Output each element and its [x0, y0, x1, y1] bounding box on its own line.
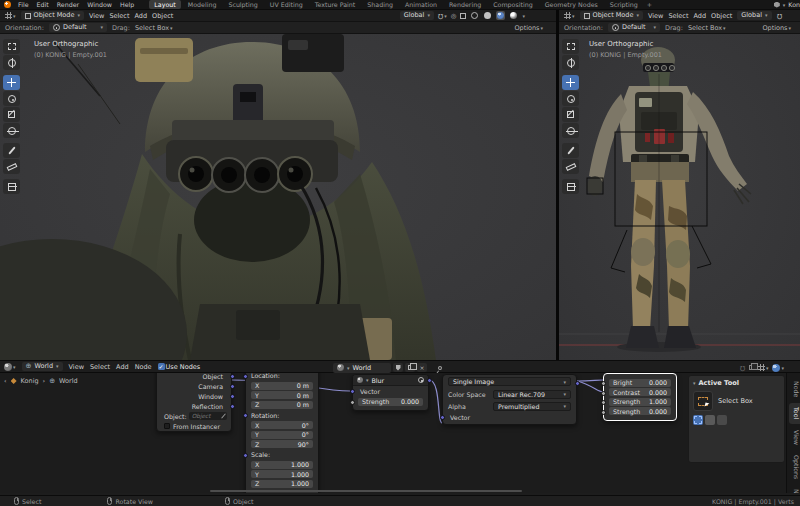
- tab-node[interactable]: Node: [789, 377, 800, 401]
- value-slider[interactable]: Strength0.000: [609, 407, 671, 415]
- eyedropper-icon[interactable]: [221, 413, 226, 418]
- viewport-canvas[interactable]: User Orthographic (0) KONIG | Empty.001: [559, 34, 800, 360]
- menu-view[interactable]: View: [89, 12, 104, 20]
- menu-node[interactable]: Node: [135, 363, 152, 371]
- menu-file[interactable]: File: [17, 1, 30, 8]
- editor-type-button[interactable]: ▾: [4, 363, 16, 371]
- tool-rotate[interactable]: [562, 91, 579, 106]
- tab-tool[interactable]: Tool: [789, 403, 800, 423]
- menu-select[interactable]: Select: [90, 363, 110, 371]
- menu-render[interactable]: Render: [56, 1, 80, 8]
- tool-annotate[interactable]: [3, 143, 20, 158]
- tab-compositing[interactable]: Compositing: [488, 0, 537, 9]
- breadcrumb-data[interactable]: World: [59, 377, 78, 385]
- scene-selector[interactable]: ▾ Kon: [774, 1, 800, 8]
- add-workspace-button[interactable]: +: [645, 0, 654, 9]
- value-slider[interactable]: Y0 m: [251, 391, 313, 399]
- fake-user-button[interactable]: [393, 363, 403, 372]
- node-adjust-group[interactable]: Bright0.000 Contrast0.000 Strength1.000 …: [603, 373, 677, 421]
- node-socket[interactable]: [601, 381, 606, 386]
- active-tool-panel-header[interactable]: ▾ Active Tool: [693, 379, 780, 387]
- node-socket[interactable]: [440, 415, 445, 420]
- node-socket[interactable]: [427, 378, 432, 383]
- back-icon[interactable]: ‹: [4, 377, 7, 385]
- value-slider[interactable]: Y0°: [251, 431, 313, 439]
- drag-dropdown[interactable]: Select Box▾: [135, 24, 173, 32]
- menu-add[interactable]: Add: [693, 12, 706, 20]
- node-socket[interactable]: [243, 413, 248, 418]
- tool-move[interactable]: [3, 75, 20, 90]
- tool-measure[interactable]: [3, 159, 20, 174]
- snapping-dropdown[interactable]: ▾: [758, 364, 769, 371]
- tab-geometry-nodes[interactable]: Geometry Nodes: [540, 0, 603, 9]
- tool-scale[interactable]: [562, 107, 579, 122]
- alpha-dropdown[interactable]: Premultiplied▾: [493, 402, 571, 411]
- shading-wireframe-button[interactable]: [470, 11, 479, 20]
- snap-button[interactable]: Ω▾: [438, 12, 447, 19]
- from-instancer-checkbox[interactable]: [164, 423, 170, 429]
- value-slider[interactable]: X0 m: [251, 382, 313, 390]
- value-slider[interactable]: Z1.000: [251, 480, 313, 488]
- node-environment-texture[interactable]: Single Image▾ Color Space Linear Rec.709…: [442, 374, 577, 425]
- node-texture-coordinate[interactable]: Object Camera Window Reflection Object: …: [156, 373, 232, 432]
- menu-view[interactable]: View: [69, 363, 84, 371]
- tool-add-cube[interactable]: [3, 179, 20, 194]
- node-socket[interactable]: [575, 381, 580, 386]
- node-canvas[interactable]: ‹ Konig › ⊕ World Object Camera Window R…: [0, 373, 800, 493]
- tool-annotate[interactable]: [562, 143, 579, 158]
- new-datablock-button[interactable]: [405, 363, 415, 372]
- editor-type-button[interactable]: ▾: [5, 12, 16, 19]
- select-mode-new-button[interactable]: [693, 415, 703, 425]
- snap-magnet-icon[interactable]: Ω: [740, 364, 745, 371]
- node-socket[interactable]: [243, 453, 248, 458]
- active-tool-button[interactable]: [693, 391, 713, 411]
- tab-texture-paint[interactable]: Texture Paint: [310, 0, 361, 9]
- menu-object[interactable]: Object: [152, 12, 173, 20]
- menu-edit[interactable]: Edit: [36, 1, 50, 8]
- shading-material-button[interactable]: [496, 11, 505, 20]
- tab-rendering[interactable]: Rendering: [444, 0, 486, 9]
- menu-add[interactable]: Add: [134, 12, 147, 20]
- xray-toggle[interactable]: [460, 13, 466, 19]
- world-datablock-dropdown[interactable]: ▾World: [333, 363, 391, 373]
- select-mode-extend-button[interactable]: [705, 415, 715, 425]
- snap-button[interactable]: Ω: [777, 12, 782, 19]
- breadcrumb-object[interactable]: Konig: [21, 377, 39, 385]
- node-blur-group[interactable]: ▾ Blur Vector Strength0.000: [352, 374, 429, 411]
- object-field[interactable]: Object: [189, 412, 227, 420]
- value-slider[interactable]: Strength0.000: [358, 398, 423, 406]
- node-socket[interactable]: [601, 391, 606, 396]
- tool-move[interactable]: [562, 75, 579, 90]
- tool-measure[interactable]: [562, 159, 579, 174]
- drag-dropdown[interactable]: Select Box▾: [688, 24, 726, 32]
- node-socket[interactable]: [230, 394, 235, 399]
- tab-uv-editing[interactable]: UV Editing: [265, 0, 308, 9]
- horizontal-scrollbar[interactable]: [210, 490, 522, 492]
- mode-dropdown[interactable]: Object Mode▾: [580, 11, 643, 20]
- options-dropdown[interactable]: Options▾: [762, 24, 791, 32]
- select-mode-subtract-button[interactable]: [717, 415, 727, 425]
- orientation-setting-dropdown[interactable]: Default▾: [49, 23, 107, 32]
- viewport-canvas[interactable]: User Orthographic (0) KONIG | Empty.001: [0, 34, 556, 360]
- node-socket[interactable]: [243, 374, 248, 379]
- tool-transform[interactable]: [562, 123, 579, 138]
- node-socket[interactable]: [230, 404, 235, 409]
- tab-layout[interactable]: Layout: [149, 0, 180, 9]
- tool-rotate[interactable]: [3, 91, 20, 106]
- tab-animation[interactable]: Animation: [400, 0, 442, 9]
- menu-select[interactable]: Select: [109, 12, 129, 20]
- value-slider[interactable]: Bright0.000: [609, 379, 671, 387]
- shader-type-dropdown[interactable]: ⊕World▾: [22, 362, 63, 371]
- editor-type-button[interactable]: ▾: [564, 12, 575, 19]
- node-socket[interactable]: [601, 400, 606, 405]
- shading-solid-button[interactable]: [483, 11, 492, 20]
- transform-orientation-dropdown[interactable]: Global▾: [400, 11, 434, 20]
- tool-add-cube[interactable]: [562, 179, 579, 194]
- preview-shading-dropdown[interactable]: ▾: [772, 364, 784, 372]
- value-slider[interactable]: Contrast0.000: [609, 388, 671, 396]
- options-dropdown[interactable]: Options▾: [514, 24, 543, 32]
- group-edit-icon[interactable]: [418, 377, 424, 383]
- value-slider[interactable]: Z0 m: [251, 401, 313, 409]
- tab-shading[interactable]: Shading: [362, 0, 398, 9]
- color-space-dropdown[interactable]: Linear Rec.709▾: [493, 390, 571, 399]
